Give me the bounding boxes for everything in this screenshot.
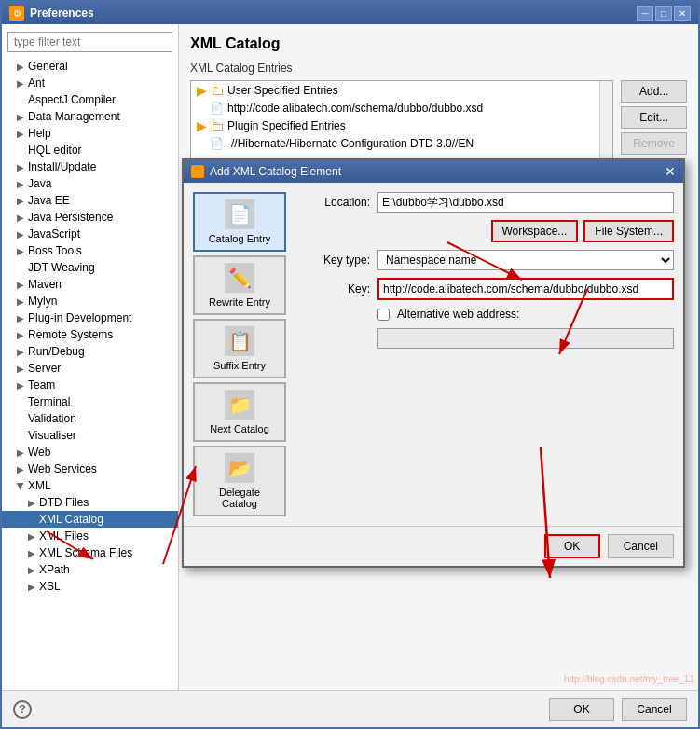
catalog-entry-user[interactable]: ▶ 🗀 User Specified Entries (191, 81, 612, 100)
sidebar-item-data-mgmt[interactable]: ▶Data Management (2, 108, 178, 125)
suffix-entry-icon: 📋 (225, 326, 254, 356)
next-catalog-panel[interactable]: 📁 Next Catalog (193, 382, 286, 442)
dialog-form: Location: Workspace... File System... Ke… (295, 192, 674, 516)
sidebar-item-team[interactable]: ▶Team (2, 377, 178, 393)
key-input[interactable] (377, 278, 674, 300)
catalog-entry-hibernate[interactable]: 📄 -//Hibernate/Hibernate Configuration D… (191, 135, 612, 152)
cancel-button[interactable]: Cancel (622, 698, 687, 721)
alternative-checkbox[interactable] (377, 309, 390, 321)
sidebar-item-java-persistence[interactable]: ▶Java Persistence (2, 209, 178, 226)
dialog-cancel-button[interactable]: Cancel (608, 534, 674, 558)
rewrite-entry-icon: ✏️ (225, 263, 254, 293)
rewrite-entry-panel[interactable]: ✏️ Rewrite Entry (193, 255, 286, 315)
sidebar-item-xml-schema[interactable]: ▶XML Schema Files (2, 544, 178, 561)
panel-title: XML Catalog (190, 35, 687, 52)
key-type-row: Key type: Namespace name (295, 250, 674, 270)
dialog-content: 📄 Catalog Entry ✏️ Rewrite Entry 📋 Suffi… (184, 183, 683, 526)
bottom-bar: ? http://blog.csdn.net/my_tree_11 OK Can… (2, 690, 698, 727)
sidebar-item-help[interactable]: ▶Help (2, 125, 178, 142)
sidebar-item-aspectj[interactable]: ▶AspectJ Compiler (2, 91, 178, 108)
sidebar-item-web[interactable]: ▶Web (2, 444, 178, 461)
sidebar-item-maven[interactable]: ▶Maven (2, 276, 178, 293)
dialog-title: Add XML Catalog Element (210, 165, 341, 178)
sidebar-item-dtd-files[interactable]: ▶DTD Files (2, 494, 178, 511)
sidebar-item-xml-files[interactable]: ▶XML Files (2, 528, 178, 544)
sidebar-item-hql[interactable]: ▶HQL editor (2, 142, 178, 158)
sidebar-item-xsl[interactable]: ▶XSL (2, 578, 178, 595)
key-label: Key: (295, 282, 370, 296)
sidebar-item-xml-catalog[interactable]: ▶XML Catalog (2, 511, 178, 528)
catalog-entry-plugin[interactable]: ▶ 🗀 Plugin Specified Entries (191, 117, 612, 135)
filesystem-button[interactable]: File System... (583, 220, 674, 242)
sidebar-item-plugin-dev[interactable]: ▶Plug-in Development (2, 309, 178, 326)
window-title: Preferences (30, 7, 94, 20)
title-controls: ─ □ ✕ (637, 6, 691, 21)
sidebar-item-visualiser[interactable]: ▶Visualiser (2, 427, 178, 444)
alternative-input[interactable] (377, 328, 674, 349)
remove-button[interactable]: Remove (621, 132, 687, 155)
catalog-entry-panel[interactable]: 📄 Catalog Entry (193, 192, 286, 252)
key-type-select[interactable]: Namespace name (377, 250, 674, 270)
maximize-button[interactable]: □ (655, 6, 672, 21)
sidebar-item-mylyn[interactable]: ▶Mylyn (2, 293, 178, 309)
location-label: Location: (295, 196, 370, 209)
sidebar-item-remote[interactable]: ▶Remote Systems (2, 326, 178, 343)
title-bar: ⚙ Preferences ─ □ ✕ (2, 2, 698, 24)
help-icon[interactable]: ? (13, 700, 32, 719)
alternative-label: Alternative web address: (397, 308, 519, 321)
sidebar-item-web-services[interactable]: ▶Web Services (2, 461, 178, 477)
dialog-ok-button[interactable]: OK (544, 534, 600, 558)
sidebar-item-validation[interactable]: ▶Validation (2, 410, 178, 427)
minimize-button[interactable]: ─ (637, 6, 653, 21)
location-row: Location: (295, 192, 674, 213)
sidebar-item-jdt-weaving[interactable]: ▶JDT Weaving (2, 259, 178, 276)
close-button[interactable]: ✕ (674, 6, 691, 21)
catalog-entry-dubbo-xsd[interactable]: 📄 http://code.alibatech.com/schema/dubbo… (191, 100, 612, 117)
sidebar-item-boss-tools[interactable]: ▶Boss Tools (2, 242, 178, 259)
sidebar-item-general[interactable]: ▶General (2, 58, 178, 75)
alt-input-row (295, 328, 674, 349)
location-buttons-row: Workspace... File System... (295, 220, 674, 242)
dialog-icon (191, 165, 204, 178)
sidebar-item-ant[interactable]: ▶Ant (2, 75, 178, 91)
dialog-close-button[interactable]: ✕ (665, 164, 676, 179)
key-type-label: Key type: (295, 254, 370, 267)
catalog-entry-icon: 📄 (225, 199, 254, 229)
delegate-catalog-icon: 📂 (225, 453, 254, 483)
workspace-button[interactable]: Workspace... (491, 220, 579, 242)
sidebar-item-server[interactable]: ▶Server (2, 360, 178, 377)
next-catalog-icon: 📁 (225, 390, 254, 420)
dialog-buttons: OK Cancel (184, 526, 683, 566)
section-label: XML Catalog Entries (190, 62, 687, 75)
location-input[interactable] (377, 192, 674, 213)
ok-button[interactable]: OK (549, 698, 614, 721)
edit-button[interactable]: Edit... (621, 106, 687, 129)
sidebar: ▶General ▶Ant ▶AspectJ Compiler ▶Data Ma… (2, 24, 179, 690)
add-button[interactable]: Add... (621, 80, 687, 103)
sidebar-item-java-ee[interactable]: ▶Java EE (2, 192, 178, 209)
watermark: http://blog.csdn.net/my_tree_11 (560, 672, 698, 686)
sidebar-item-javascript[interactable]: ▶JavaScript (2, 226, 178, 242)
window-icon: ⚙ (9, 6, 24, 21)
sidebar-item-install[interactable]: ▶Install/Update (2, 158, 178, 175)
filter-input[interactable] (7, 32, 172, 52)
sidebar-item-run-debug[interactable]: ▶Run/Debug (2, 343, 178, 360)
alternative-row: Alternative web address: (295, 308, 674, 321)
sidebar-item-xpath[interactable]: ▶XPath (2, 561, 178, 578)
sidebar-item-xml[interactable]: ▶XML (2, 477, 178, 494)
icon-panels: 📄 Catalog Entry ✏️ Rewrite Entry 📋 Suffi… (193, 192, 286, 516)
suffix-entry-panel[interactable]: 📋 Suffix Entry (193, 319, 286, 378)
delegate-catalog-panel[interactable]: 📂 Delegate Catalog (193, 446, 286, 516)
sidebar-item-terminal[interactable]: ▶Terminal (2, 393, 178, 410)
dialog-title-bar: Add XML Catalog Element ✕ (184, 160, 683, 183)
dialog-overlay: Add XML Catalog Element ✕ 📄 Catalog Entr… (182, 158, 685, 568)
key-row: Key: (295, 278, 674, 300)
sidebar-item-java[interactable]: ▶Java (2, 175, 178, 192)
